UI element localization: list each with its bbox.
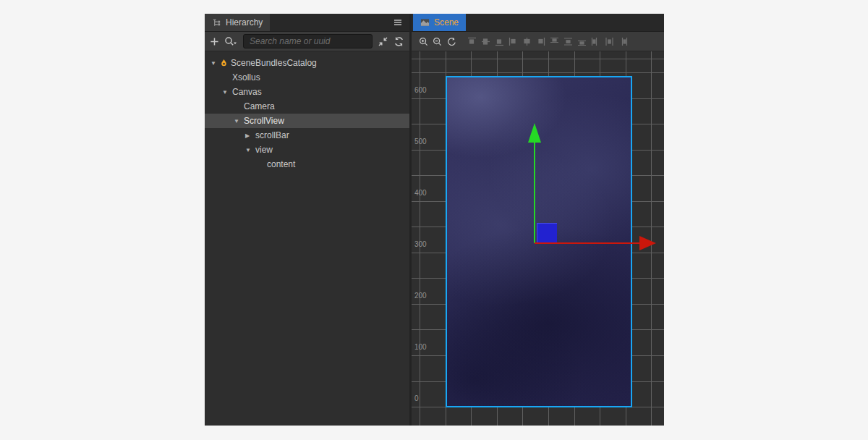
gizmo-x-axis-arrow[interactable] — [639, 236, 656, 250]
tree-row-scrollBar[interactable]: ▶scrollBar — [205, 128, 409, 143]
tree-row-label: view — [255, 145, 273, 155]
tree-row-content[interactable]: content — [205, 157, 409, 172]
gizmo-x-axis-line — [535, 242, 639, 244]
scene-tab-label: Scene — [434, 17, 459, 28]
collapse-all-icon[interactable] — [378, 36, 388, 47]
tree-row-label: scrollBar — [255, 130, 289, 140]
tree-expand-arrow-icon[interactable]: ▼ — [233, 118, 243, 124]
distribute-top-icon — [550, 37, 559, 46]
tree-row-ScrollView[interactable]: ▼ScrollView — [205, 114, 409, 128]
tree-row-SceneBundlesCatalog[interactable]: ▼SceneBundlesCatalog — [205, 56, 409, 70]
tree-row-label: ScrollView — [243, 116, 284, 126]
scene-tabbar: Scene — [412, 14, 664, 32]
editor-window: Hierarchy — [205, 14, 664, 426]
tree-row-Camera[interactable]: Camera — [205, 99, 409, 114]
scene-flame-icon — [220, 59, 230, 67]
hamburger-menu-icon[interactable] — [392, 17, 404, 28]
ruler-label-0: 0 — [414, 394, 419, 402]
zoom-out-icon[interactable] — [433, 37, 442, 46]
ruler-label-100: 100 — [414, 343, 427, 351]
tab-hierarchy[interactable]: Hierarchy — [205, 14, 270, 31]
distribute-right-icon — [618, 37, 628, 46]
hierarchy-panel: Hierarchy — [205, 14, 409, 426]
gizmo-origin-handle[interactable] — [537, 223, 557, 242]
hierarchy-tree-icon — [212, 18, 221, 28]
tree-expand-arrow-icon[interactable]: ▼ — [210, 60, 220, 67]
hierarchy-tree: ▼SceneBundlesCatalogXsollus▼CanvasCamera… — [205, 51, 409, 426]
tab-scene[interactable]: Scene — [413, 14, 466, 31]
gizmo-y-axis-line — [534, 143, 535, 243]
tree-expand-arrow-icon[interactable]: ▼ — [244, 147, 255, 153]
zoom-in-icon[interactable] — [419, 37, 428, 46]
ruler-label-600: 600 — [414, 86, 427, 94]
align-bottom-icon — [495, 37, 504, 46]
tree-row-Canvas[interactable]: ▼Canvas — [205, 85, 409, 99]
tree-row-label: Xsollus — [231, 72, 260, 82]
gizmo-y-axis-arrow[interactable] — [528, 123, 541, 143]
tree-row-Xsollus[interactable]: Xsollus — [205, 70, 409, 85]
distribute-left-icon — [591, 37, 600, 46]
scene-panel: Scene 6005004003002001000 — [412, 14, 664, 426]
align-horizontal-center-icon — [522, 37, 532, 46]
distribute-horizontal-center-icon — [605, 37, 614, 46]
tree-row-label: Camera — [243, 101, 275, 111]
hierarchy-tab-label: Hierarchy — [226, 17, 263, 28]
tree-expand-arrow-icon[interactable]: ▼ — [221, 89, 231, 96]
distribute-vertical-center-icon — [563, 37, 573, 46]
hierarchy-tabbar: Hierarchy — [205, 14, 409, 32]
scene-image-icon — [420, 18, 430, 27]
scene-viewport[interactable]: 6005004003002001000 — [412, 51, 664, 426]
tree-expand-arrow-icon[interactable]: ▶ — [244, 132, 255, 139]
ruler-label-300: 300 — [414, 240, 427, 248]
ruler-label-200: 200 — [414, 292, 427, 300]
align-vertical-center-icon — [481, 37, 490, 46]
align-top-icon — [467, 37, 477, 46]
tree-row-label: SceneBundlesCatalog — [230, 58, 317, 68]
hierarchy-toolbar — [205, 32, 409, 51]
tree-row-label: content — [266, 159, 295, 169]
search-input[interactable] — [243, 34, 373, 48]
ruler-label-400: 400 — [414, 189, 427, 197]
distribute-bottom-icon — [577, 37, 587, 46]
add-node-button[interactable] — [210, 37, 219, 46]
tree-row-label: Canvas — [231, 87, 262, 97]
scene-toolbar — [412, 32, 664, 51]
reset-view-icon[interactable] — [446, 37, 456, 46]
refresh-icon[interactable] — [393, 36, 404, 47]
tree-row-view[interactable]: ▼view — [205, 143, 409, 157]
align-left-icon — [509, 37, 518, 46]
ruler-label-500: 500 — [414, 138, 427, 145]
search-filter-dropdown-icon[interactable] — [224, 36, 238, 47]
align-right-icon — [536, 37, 545, 46]
